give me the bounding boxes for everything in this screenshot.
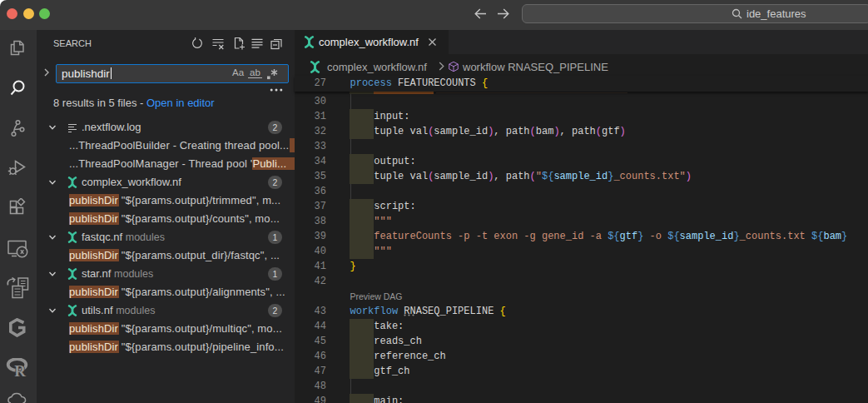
svg-text:R: R bbox=[14, 362, 26, 379]
